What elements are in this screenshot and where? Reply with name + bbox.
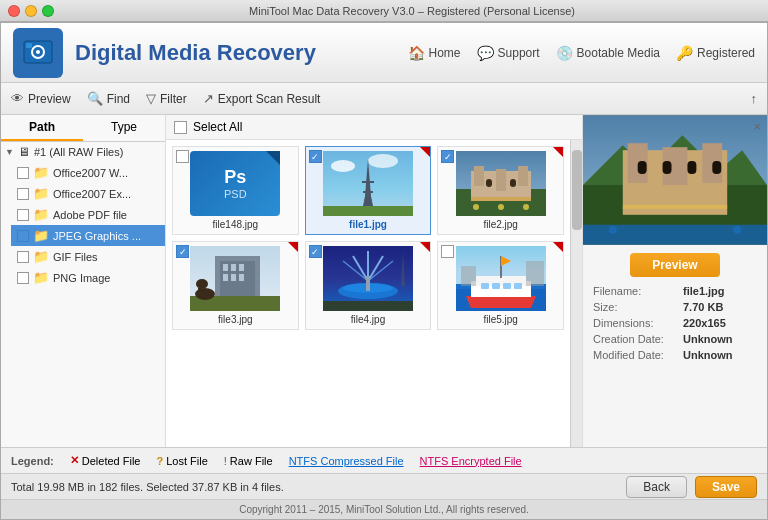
status-bar: Total 19.98 MB in 182 files. Selected 37… — [1, 473, 767, 499]
file-cell[interactable]: ✓ — [305, 241, 432, 330]
file-thumbnail — [190, 246, 280, 311]
tree-checkbox[interactable] — [17, 209, 29, 221]
save-button[interactable]: Save — [695, 476, 757, 498]
svg-rect-62 — [461, 266, 476, 286]
maximize-window-button[interactable] — [42, 5, 54, 17]
toolbar: 👁 Preview 🔍 Find ▽ Filter ↗ Export Scan … — [1, 83, 767, 115]
svg-rect-33 — [231, 274, 236, 281]
tab-path[interactable]: Path — [1, 115, 83, 141]
file-checkbox-checked[interactable]: ✓ — [309, 245, 322, 258]
folder-icon: 📁 — [33, 228, 49, 243]
nav-home[interactable]: 🏠 Home — [408, 45, 461, 61]
tree-gif[interactable]: 📁 GIF Files — [11, 246, 165, 267]
folder-icon: 📁 — [33, 270, 49, 285]
tree-checkbox[interactable] — [17, 188, 29, 200]
folder-icon: 📁 — [33, 207, 49, 222]
svg-rect-59 — [514, 283, 522, 289]
svg-rect-29 — [223, 264, 228, 271]
svg-rect-31 — [239, 264, 244, 271]
close-window-button[interactable] — [8, 5, 20, 17]
svg-point-6 — [331, 160, 355, 172]
nav-registered[interactable]: 🔑 Registered — [676, 45, 755, 61]
tree-checkbox-selected[interactable] — [17, 230, 29, 242]
preview-image-container — [583, 115, 767, 245]
svg-rect-12 — [323, 206, 413, 216]
file-grid-container: Ps PSD file148.jpg ✓ — [166, 140, 570, 447]
info-row-creation-date: Creation Date: Unknown — [593, 333, 757, 345]
filter-tool[interactable]: ▽ Filter — [146, 91, 187, 106]
red-corner-indicator — [420, 242, 430, 252]
red-corner-indicator — [553, 147, 563, 157]
find-tool[interactable]: 🔍 Find — [87, 91, 130, 106]
tree-office1[interactable]: 📁 Office2007 W... — [11, 162, 165, 183]
tree-office2[interactable]: 📁 Office2007 Ex... — [11, 183, 165, 204]
svg-rect-30 — [231, 264, 236, 271]
nav-support[interactable]: 💬 Support — [477, 45, 540, 61]
toolbar-share-button[interactable]: ↑ — [751, 91, 758, 106]
svg-rect-4 — [26, 43, 32, 48]
svg-point-79 — [609, 226, 617, 234]
red-corner-indicator — [553, 242, 563, 252]
app-title: Digital Media Recovery — [75, 40, 316, 66]
folder-icon: 📁 — [33, 186, 49, 201]
file-thumbnail — [323, 151, 413, 216]
file-thumbnail — [323, 246, 413, 311]
file-info: Filename: file1.jpg Size: 7.70 KB Dimens… — [583, 285, 767, 365]
tree-checkbox[interactable] — [17, 167, 29, 179]
info-row-size: Size: 7.70 KB — [593, 301, 757, 313]
minimize-window-button[interactable] — [25, 5, 37, 17]
file-grid: Ps PSD file148.jpg ✓ — [172, 146, 564, 330]
scrollbar-track[interactable] — [570, 140, 582, 447]
tree-adobe[interactable]: 📁 Adobe PDF file — [11, 204, 165, 225]
file-checkbox[interactable] — [176, 150, 189, 163]
tree-jpeg[interactable]: 📁 JPEG Graphics ... — [11, 225, 165, 246]
eye-icon: 👁 — [11, 91, 24, 106]
home-icon: 🏠 — [408, 45, 425, 61]
preview-close-button[interactable]: × — [753, 119, 761, 134]
svg-point-80 — [733, 226, 741, 234]
file-cell[interactable]: ✓ — [437, 146, 564, 235]
svg-point-3 — [36, 50, 40, 54]
tree-root[interactable]: ▼ 🖥 #1 (All RAW Files) — [1, 142, 165, 162]
info-row-filename: Filename: file1.jpg — [593, 285, 757, 297]
tab-type[interactable]: Type — [83, 115, 165, 141]
file-checkbox[interactable] — [441, 245, 454, 258]
svg-point-25 — [523, 204, 529, 210]
tree-checkbox[interactable] — [17, 272, 29, 284]
legend-raw-file: ! Raw File — [224, 455, 273, 467]
app-window: Digital Media Recovery 🏠 Home 💬 Support … — [0, 22, 768, 520]
red-corner-indicator — [420, 147, 430, 157]
preview-tool[interactable]: 👁 Preview — [11, 91, 71, 106]
svg-rect-32 — [223, 274, 228, 281]
file-cell[interactable]: Ps PSD file148.jpg — [172, 146, 299, 235]
select-all-bar: Select All — [166, 115, 582, 140]
file-checkbox-checked[interactable]: ✓ — [441, 150, 454, 163]
preview-button[interactable]: Preview — [630, 253, 719, 277]
status-text: Total 19.98 MB in 182 files. Selected 37… — [11, 481, 626, 493]
svg-rect-20 — [486, 179, 492, 187]
preview-panel: × — [582, 115, 767, 447]
export-icon: ↗ — [203, 91, 214, 106]
file-checkbox-checked[interactable]: ✓ — [309, 150, 322, 163]
sidebar-tabs: Path Type — [1, 115, 165, 142]
svg-rect-22 — [471, 197, 531, 201]
export-scan-result-tool[interactable]: ↗ Export Scan Result — [203, 91, 321, 106]
select-all-checkbox[interactable] — [174, 121, 187, 134]
file-checkbox-checked[interactable]: ✓ — [176, 245, 189, 258]
scrollbar-thumb[interactable] — [572, 150, 582, 230]
deleted-file-icon: ✕ — [70, 454, 79, 467]
svg-rect-19 — [496, 169, 506, 191]
svg-rect-21 — [510, 179, 516, 187]
red-corner-indicator — [288, 242, 298, 252]
nav-bootable-media[interactable]: 💿 Bootable Media — [556, 45, 660, 61]
file-grid-wrapper: Ps PSD file148.jpg ✓ — [166, 140, 582, 447]
content-area: Path Type ▼ 🖥 #1 (All RAW Files) 📁 Offic… — [1, 115, 767, 447]
file-cell[interactable]: ✓ — [172, 241, 299, 330]
back-button[interactable]: Back — [626, 476, 687, 498]
file-cell-selected[interactable]: ✓ — [305, 146, 432, 235]
tree-checkbox[interactable] — [17, 251, 29, 263]
title-bar: MiniTool Mac Data Recovery V3.0 – Regist… — [0, 0, 768, 22]
file-cell[interactable]: file5.jpg — [437, 241, 564, 330]
tree-png[interactable]: 📁 PNG Image — [11, 267, 165, 288]
file-thumbnail — [456, 151, 546, 216]
